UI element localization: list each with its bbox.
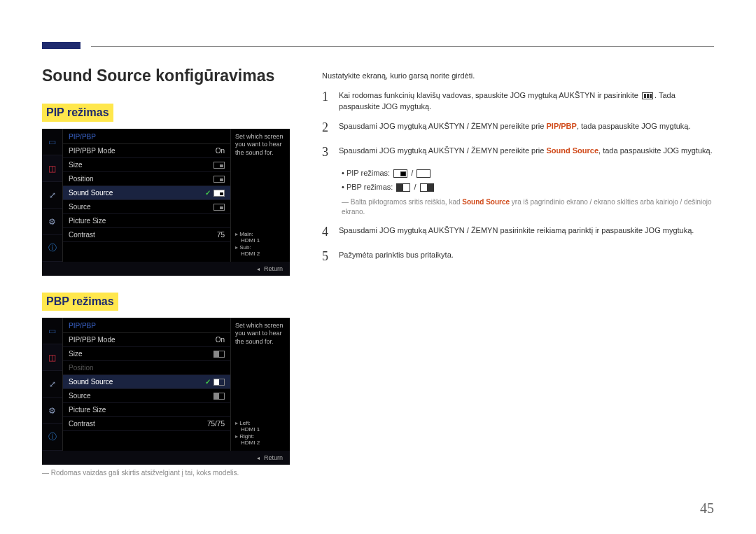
pip-mode-heading: PIP režimas <box>42 104 113 122</box>
osd-row-picturesize: Picture Size <box>63 403 230 417</box>
osd-row-size: Size <box>63 158 230 172</box>
resize-icon: ⤢ <box>42 182 62 209</box>
step-1: 1 Kai rodomas funkcinių klavišų vadovas,… <box>322 87 714 113</box>
intro-text: Nustatykite ekraną, kurio garsą norite g… <box>322 70 714 82</box>
osd-row-contrast: Contrast75/75 <box>63 417 230 431</box>
info-icon: ⓘ <box>42 235 62 262</box>
info-icon: ⓘ <box>42 424 62 451</box>
osd-row-contrast: Contrast75 <box>63 228 230 242</box>
osd-row-picturesize: Picture Size <box>63 214 230 228</box>
osd-header: PIP/PBP <box>63 129 230 144</box>
check-icon: ✓ <box>205 378 211 386</box>
pbp-right-icon <box>420 183 434 192</box>
step-5: 5 Pažymėta parinktis bus pritaikyta. <box>322 247 714 266</box>
osd-row-soundsource: Sound Source✓ <box>63 375 230 389</box>
instructions-column: Nustatykite ekraną, kurio garsą norite g… <box>322 70 714 272</box>
check-icon: ✓ <box>205 189 211 197</box>
return-arrow-icon: ◂ <box>257 266 260 272</box>
osd-screenshot-pip: ▭ ◫ ⤢ ⚙ ⓘ PIP/PBP PIP/PBP ModeOn Size Po… <box>42 129 290 276</box>
osd-row-position: Position <box>63 172 230 186</box>
gear-icon: ⚙ <box>42 209 62 235</box>
osd-sidebar: ▭ ◫ ⤢ ⚙ ⓘ <box>42 129 63 262</box>
osd-row-source: Source <box>63 200 230 214</box>
menu-icon <box>642 92 653 99</box>
pip-sub-icon <box>416 169 430 178</box>
osd-row-source: Source <box>63 389 230 403</box>
gear-icon: ⚙ <box>42 398 62 424</box>
osd-footer: ◂Return <box>42 262 290 276</box>
source-icon <box>214 393 225 400</box>
step-4: 4 Spausdami JOG mygtuką AUKŠTYN / ŽEMYN … <box>322 223 714 241</box>
bullet-pbp: PBP režimas: / <box>342 181 714 193</box>
size-icon <box>214 351 225 358</box>
sound-icon <box>214 379 225 386</box>
osd-row-soundsource: Sound Source✓ <box>63 186 230 200</box>
position-icon <box>214 176 225 183</box>
osd-description: Set which screen you want to hear the so… <box>230 129 290 262</box>
pbp-left-icon <box>396 183 410 192</box>
bullet-pip: PIP režimas: / <box>342 167 714 179</box>
osd-row-mode: PIP/PBP ModeOn <box>63 144 230 158</box>
osd-row-position: Position <box>63 361 230 375</box>
page-number: 45 <box>700 500 714 517</box>
header-rule <box>91 46 714 47</box>
monitor-icon: ▭ <box>42 318 62 344</box>
return-arrow-icon: ◂ <box>257 455 260 461</box>
osd-sidebar: ▭ ◫ ⤢ ⚙ ⓘ <box>42 318 63 451</box>
image-footnote: ― Rodomas vaizdas gali skirtis atsižvelg… <box>42 469 239 477</box>
sound-icon <box>214 190 225 197</box>
source-icon <box>214 204 225 211</box>
page-title: Sound Source konfigūravimas <box>42 66 274 85</box>
step-3: 3 Spausdami JOG mygtuką AUKŠTYN / ŽEMYN … <box>322 143 714 162</box>
size-icon <box>214 162 225 169</box>
osd-row-mode: PIP/PBP ModeOn <box>63 333 230 347</box>
mode-icon-bullets: PIP režimas: / PBP režimas: / <box>342 167 714 193</box>
resize-icon: ⤢ <box>42 371 62 398</box>
pip-icon: ◫ <box>42 344 62 371</box>
osd-header: PIP/PBP <box>63 318 230 333</box>
osd-row-size: Size <box>63 347 230 361</box>
osd-footer: ◂Return <box>42 451 290 465</box>
icon-explanation-note: ― Balta piktogramos sritis reiškia, kad … <box>342 197 714 217</box>
osd-description: Set which screen you want to hear the so… <box>230 318 290 451</box>
header-accent <box>42 42 80 49</box>
pip-main-icon <box>393 169 407 178</box>
monitor-icon: ▭ <box>42 129 62 155</box>
pip-icon: ◫ <box>42 155 62 182</box>
step-2: 2 Spausdami JOG mygtuką AUKŠTYN / ŽEMYN … <box>322 118 714 137</box>
pbp-mode-heading: PBP režimas <box>42 293 118 311</box>
osd-screenshot-pbp: ▭ ◫ ⤢ ⚙ ⓘ PIP/PBP PIP/PBP ModeOn Size Po… <box>42 318 290 465</box>
